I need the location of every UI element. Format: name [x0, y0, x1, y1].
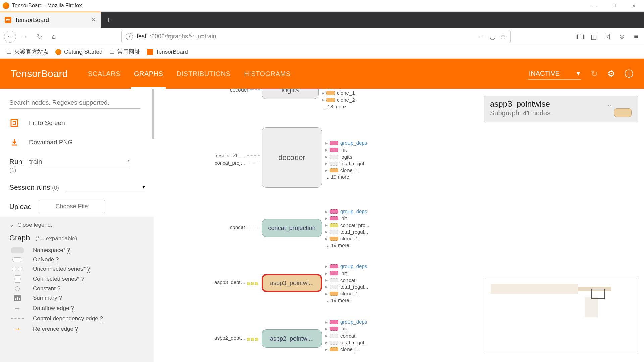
download-png-button[interactable]: Download PNG [9, 137, 145, 147]
menu-icon[interactable]: ≡ [632, 33, 640, 40]
site-info-icon[interactable]: i [126, 33, 133, 40]
legend-opnode: OpNode ? [9, 256, 145, 263]
node-decoder-input-2: concat_proj... [201, 160, 245, 166]
node-decoder-outputs: ▸group_deps ▸init ▸logits ▸total_regul..… [325, 140, 368, 181]
tensorboard-logo: TensorBoard [11, 68, 68, 79]
firefox-icon [3, 2, 9, 9]
node-info-card[interactable]: aspp3_pointwise Subgraph: 41 nodes ⌄ [484, 96, 638, 122]
bookmark-folder-2[interactable]: 🗀常用网址 [109, 48, 140, 56]
chevron-down-icon: ⌄ [9, 221, 14, 228]
node-decoder[interactable]: decoder [262, 127, 322, 188]
legend-namespace: Namespace* ? [9, 247, 145, 254]
info-card-color-chip [614, 108, 632, 117]
bookmark-tensorboard[interactable]: TensorBoard [147, 49, 188, 55]
url-bar[interactable]: i test:6006/#graphs&run=train ⋯ ◡ ☆ [121, 30, 511, 43]
library-icon[interactable]: ⫿⫿⫿ [576, 33, 584, 40]
bookmark-getting-started[interactable]: Getting Started [55, 49, 102, 55]
graph-canvas[interactable]: logits decoder ▸total_regul... ▸clone_1 … [154, 89, 644, 362]
url-path: :6006/#graphs&run=train [150, 33, 216, 40]
sidebar-icon[interactable]: ◫ [590, 33, 598, 41]
info-card-title: aspp3_pointwise [490, 99, 550, 109]
chevron-down-icon[interactable]: ⌄ [607, 101, 612, 108]
node-aspp2-input: aspp2_dept... [205, 335, 245, 341]
browser-tab[interactable]: TensorBoard ✕ [0, 12, 101, 28]
node-aspp3-outputs: ▸group_deps ▸init ▸concat ▸total_regul..… [325, 263, 368, 304]
close-legend-toggle[interactable]: ⌄ Close legend. [9, 221, 145, 228]
url-host: test [137, 33, 146, 40]
node-decoder-input-1: resnet_v1_... [201, 153, 245, 158]
window-titlebar: TensorBoard - Mozilla Firefox — ☐ ✕ [0, 0, 644, 12]
svg-rect-1 [13, 122, 16, 124]
session-runs-select[interactable]: ▾ [66, 183, 145, 191]
legend-summary: Summary ? [9, 295, 145, 301]
settings-gear-icon[interactable]: ⚙ [607, 69, 615, 79]
help-icon[interactable]: ⓘ [625, 68, 633, 80]
tab-histograms[interactable]: HISTOGRAMS [244, 59, 290, 89]
bookmark-folder-1[interactable]: 🗀火狐官方站点 [6, 48, 49, 56]
pocket-icon[interactable]: ⍃ [604, 33, 612, 40]
legend-reference: →Reference edge ? [9, 325, 145, 334]
minimap-viewport[interactable] [591, 289, 605, 299]
node-concat-projection-outputs: ▸group_deps ▸init ▸concat_proj... ▸total… [325, 208, 371, 249]
close-button[interactable]: ✕ [624, 0, 644, 12]
node-aspp2-outputs: ▸group_deps ▸init ▸concat ▸total_regul..… [325, 319, 368, 353]
chevron-down-icon: ▾ [577, 69, 580, 77]
legend-constant: Constant ? [9, 285, 145, 292]
window-title: TensorBoard - Mozilla Firefox [12, 3, 82, 9]
maximize-button[interactable]: ☐ [604, 0, 624, 12]
tab-distributions[interactable]: DISTRIBUTIONS [176, 59, 230, 89]
node-aspp3-input: aspp3_dept... [205, 279, 245, 285]
run-count: (1) [9, 167, 22, 174]
legend-hint: (* = expandable) [35, 235, 77, 242]
forward-button[interactable]: → [18, 30, 31, 43]
node-aspp3-pointwise[interactable]: aspp3_pointwi... [262, 274, 322, 292]
tab-scalars[interactable]: SCALARS [88, 59, 120, 89]
legend-controldep: Control dependency edge ? [9, 315, 145, 322]
legend-dataflow: →Dataflow edge ? [9, 304, 145, 313]
tab-title: TensorBoard [15, 17, 88, 24]
more-icon[interactable]: ⋯ [478, 33, 485, 41]
bookmark-star-icon[interactable]: ☆ [500, 33, 506, 41]
bookmarks-bar: 🗀火狐官方站点 Getting Started 🗀常用网址 TensorBoar… [0, 45, 644, 59]
legend-graph-header: Graph [9, 234, 30, 242]
node-logits-input: decoder [215, 89, 248, 93]
choose-file-button[interactable]: Choose File [39, 200, 105, 213]
refresh-icon[interactable]: ↻ [591, 69, 598, 79]
svg-rect-0 [11, 120, 18, 126]
home-button[interactable]: ⌂ [48, 30, 60, 43]
tab-close-icon[interactable]: ✕ [91, 16, 96, 24]
upload-label: Upload [9, 203, 32, 211]
node-logits-outputs: ▸total_regul... ▸clone_1 ▸clone_2 ... 18… [322, 89, 365, 110]
reload-button[interactable]: ↻ [33, 30, 46, 43]
tensorboard-favicon [5, 17, 11, 23]
node-concat-projection-input: concat [221, 224, 245, 230]
fit-to-screen-button[interactable]: Fit to Screen [9, 118, 145, 128]
new-tab-button[interactable]: + [101, 12, 117, 28]
back-button[interactable]: ← [4, 31, 16, 43]
legend-connected: Connected series* ? [9, 275, 145, 283]
node-logits[interactable]: logits [262, 89, 319, 99]
download-icon [9, 137, 19, 147]
reader-icon[interactable]: ◡ [490, 33, 495, 41]
chevron-down-icon: ▾ [128, 158, 130, 166]
minimize-button[interactable]: — [584, 0, 604, 12]
chevron-down-icon: ▾ [142, 184, 145, 190]
info-card-subtitle: Subgraph: 41 nodes [490, 109, 550, 117]
tab-graphs[interactable]: GRAPHS [134, 59, 163, 89]
minimap[interactable] [484, 277, 638, 354]
run-label: Run [9, 158, 22, 166]
account-icon[interactable]: ☺ [618, 33, 626, 40]
tab-strip: TensorBoard ✕ + [0, 12, 644, 28]
inactive-dropdown[interactable]: INACTIVE ▾ [528, 67, 581, 80]
sidebar: Fit to Screen Download PNG Run (1) train… [0, 89, 154, 362]
firefox-icon [55, 49, 61, 55]
fit-screen-icon [9, 118, 19, 128]
session-runs-label: Session runs (0) [9, 183, 59, 191]
tensorboard-header: TensorBoard SCALARS GRAPHS DISTRIBUTIONS… [0, 59, 644, 89]
node-concat-projection[interactable]: concat_projection [262, 219, 322, 237]
navigation-toolbar: ← → ↻ ⌂ i test:6006/#graphs&run=train ⋯ … [0, 28, 644, 45]
run-select[interactable]: train ▾ [29, 158, 130, 167]
node-aspp2-pointwise[interactable]: aspp2_pointwi... [262, 329, 322, 348]
tensorboard-icon [147, 49, 153, 55]
search-input[interactable] [9, 97, 140, 109]
